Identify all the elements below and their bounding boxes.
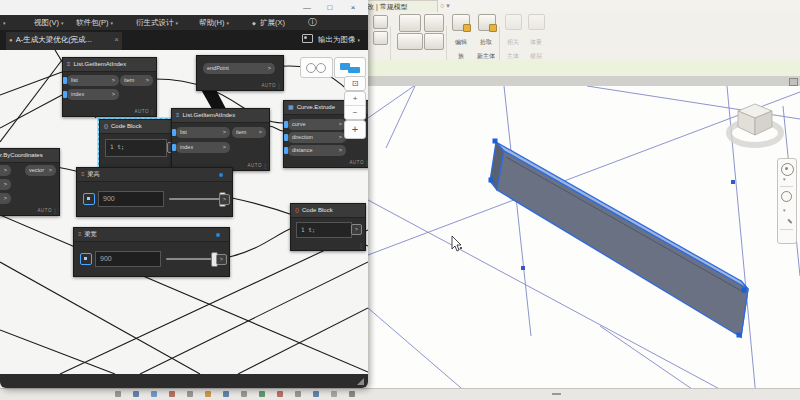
port-distance[interactable]: distance> — [288, 145, 346, 156]
chevron-down-icon: ▾ — [446, 2, 450, 9]
chevron-down-icon: ▾ — [111, 20, 114, 26]
preview-indicator-dot — [219, 173, 223, 177]
chevron-down-icon: ▾ — [357, 37, 360, 43]
match-type-icon[interactable] — [373, 31, 388, 45]
zoom-in-button[interactable]: + — [345, 92, 365, 106]
graph-view-button[interactable] — [334, 57, 366, 78]
zoom-fit-button[interactable]: ⊡ — [344, 76, 366, 91]
node-code-block-2[interactable]: {}Code Block 1 t; > ⋮ — [290, 203, 366, 251]
zoom-out-button[interactable]: − — [345, 106, 365, 119]
kebab-icon[interactable]: ⋮ — [52, 207, 58, 214]
slider-input-toggle[interactable] — [80, 253, 92, 265]
slider-value[interactable]: 900 — [95, 251, 161, 267]
port-direction[interactable]: direction> — [288, 132, 346, 143]
revit-view-control-strip — [360, 76, 800, 86]
slider-value[interactable]: 900 — [98, 191, 164, 207]
zoom-magnifier-icon[interactable] — [781, 191, 792, 202]
menu-help[interactable]: 帮助(H)▾ — [199, 15, 229, 30]
revit-ribbon: 编辑 族 拾取 新主体 相关 主体 体量 楼层 — [360, 12, 800, 61]
node-endpoint[interactable]: endPoint> AUTO ⋮ — [196, 55, 284, 91]
port-vector-out[interactable]: vector> — [25, 165, 56, 176]
image-icon — [302, 34, 313, 43]
menu-generative-design[interactable]: 衍生式设计▾ — [136, 15, 178, 30]
node-slider-beam-height[interactable]: ≡梁高 900 > — [76, 167, 233, 217]
node-code-block-1[interactable]: {}Code Block 1 t; > — [99, 119, 182, 174]
port-item-out[interactable]: item> — [232, 127, 266, 138]
node-list-getitematindex-2[interactable]: ≡List.GetItemAtIndex list> index> item> … — [171, 108, 270, 171]
geometry-preview-button[interactable] — [300, 57, 333, 78]
lacing-auto[interactable]: AUTO — [135, 109, 149, 114]
port-x[interactable]: > — [0, 165, 11, 176]
menu-extensions[interactable]: ◆ 扩展(X) — [252, 15, 285, 30]
export-image-button[interactable]: 输出为图像 ▾ — [302, 32, 360, 48]
create-group-icon[interactable] — [399, 14, 421, 32]
ribbon-display-toggle[interactable]: ○ ▾ — [440, 2, 450, 10]
menu-packages[interactable]: 软件包(P)▾ — [76, 15, 113, 30]
create-assembly-icon[interactable] — [424, 14, 444, 32]
menu-view[interactable]: 视图(V)▾ — [34, 15, 64, 30]
close-button[interactable]: × — [343, 1, 363, 14]
kebab-icon[interactable]: ⋮ — [149, 108, 155, 115]
list-icon: ≡ — [176, 112, 180, 118]
chevron-down-icon: ▾ — [61, 20, 64, 26]
dynamo-node-canvas[interactable]: endPoint> AUTO ⋮ ≡List.GetItemAtIndex li… — [0, 50, 368, 374]
chevron-down-icon[interactable]: ▾ — [783, 176, 786, 182]
workspace-tab[interactable]: ●A-生成大梁优化(完成... × — [6, 32, 122, 52]
code-input[interactable]: 1 t; — [105, 139, 167, 157]
screen: 修改 | 常规模型 ○ ▾ 编辑 族 拾取 新主体 — [0, 0, 800, 400]
paste-icon[interactable] — [373, 15, 388, 29]
port-curve[interactable]: curve> — [288, 119, 346, 130]
revit-3d-view[interactable] — [368, 86, 800, 388]
slider-icon: ≡ — [81, 171, 85, 177]
info-icon[interactable]: ⓘ — [308, 15, 317, 30]
dynamo-menu-bar: ▾ 视图(V)▾ 软件包(P)▾ 衍生式设计▾ 帮助(H)▾ ◆ 扩展(X) ⓘ — [0, 15, 368, 30]
lacing-auto[interactable]: AUTO — [248, 163, 262, 168]
port-index[interactable]: index> — [67, 89, 119, 100]
node-slider-beam-width[interactable]: ≡梁宽 900 > — [73, 227, 230, 277]
pencil-icon — [463, 24, 471, 32]
port-list[interactable]: list> — [67, 75, 119, 86]
port-list[interactable]: list> — [176, 127, 230, 138]
menu-partial[interactable]: ▾ — [1, 15, 6, 30]
kebab-icon[interactable]: ⋮ — [262, 162, 268, 169]
kebab-icon[interactable]: ⋮ — [358, 242, 364, 249]
port-slider-out[interactable]: > — [216, 254, 227, 265]
navigation-bar[interactable]: ▾ ▾ — [777, 158, 797, 244]
port-index[interactable]: index> — [176, 142, 230, 153]
node-vector-bycoordinates[interactable]: Vector.ByCoordinates > > > vector> AUTO … — [0, 148, 60, 216]
port-y[interactable]: > — [0, 179, 11, 190]
port-endpoint-out[interactable]: endPoint> — [203, 63, 275, 74]
pan-button[interactable]: + — [344, 120, 366, 139]
maximize-button[interactable]: □ — [320, 1, 340, 14]
magnifier-handle — [787, 219, 792, 224]
lacing-auto[interactable]: AUTO — [350, 160, 364, 165]
zoom-buttons: + − — [344, 91, 366, 120]
lacing-auto[interactable]: AUTO — [262, 83, 276, 88]
port-code-out[interactable]: > — [351, 224, 362, 235]
chevron-down-icon: ▾ — [176, 20, 179, 26]
tab-close-icon[interactable]: × — [114, 32, 119, 48]
slider-input-toggle[interactable] — [83, 193, 95, 205]
view-strip-icon[interactable] — [789, 78, 798, 86]
port-item-out[interactable]: item> — [120, 75, 153, 86]
dynamo-window-footer — [0, 374, 368, 388]
extrude-icon: ▦ — [288, 104, 294, 110]
port-slider-out[interactable]: > — [219, 194, 230, 205]
code-input[interactable]: 1 t; — [296, 222, 352, 238]
chevron-down-icon[interactable]: ▾ — [783, 207, 786, 213]
minimize-button[interactable]: — — [297, 1, 317, 14]
divider — [780, 229, 793, 230]
kebab-icon[interactable]: ⋮ — [276, 82, 282, 89]
port-z[interactable]: > — [0, 193, 11, 204]
glasses-icon — [316, 63, 326, 73]
slider-track[interactable] — [169, 198, 225, 200]
node-list-getitematindex-1[interactable]: ≡List.GetItemAtIndex list> index> item> … — [62, 57, 157, 117]
create-similar-icon[interactable] — [397, 33, 423, 50]
resize-grip[interactable] — [357, 378, 364, 385]
viewcube[interactable] — [729, 104, 781, 145]
lacing-auto[interactable]: AUTO — [38, 208, 52, 213]
kebab-icon[interactable]: ⋮ — [364, 159, 368, 166]
create-parts-icon[interactable] — [424, 33, 444, 50]
selected-beam-element[interactable] — [490, 142, 748, 337]
graph-view-icon — [348, 67, 360, 73]
